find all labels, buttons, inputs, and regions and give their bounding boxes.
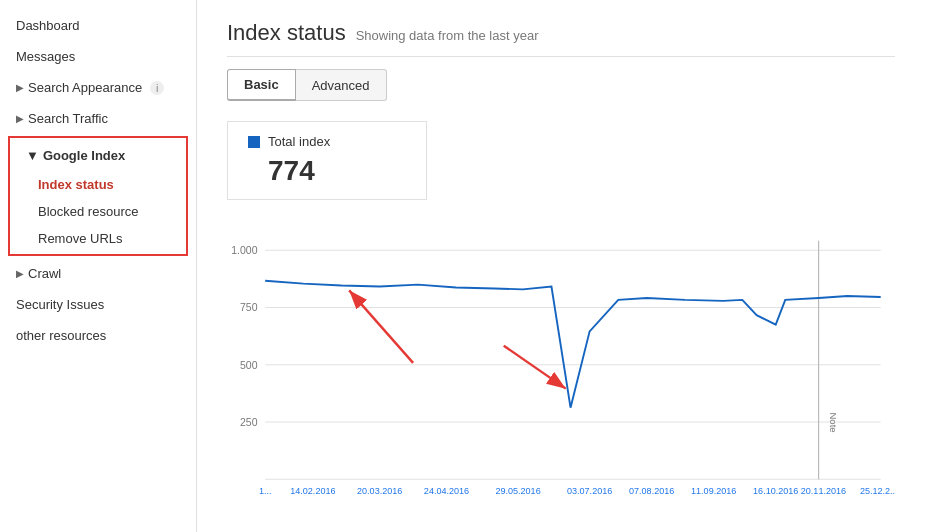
svg-text:16.10.2016: 16.10.2016 [753,486,798,496]
svg-text:14.02.2016: 14.02.2016 [290,486,335,496]
page-header: Index status Showing data from the last … [227,20,895,57]
sidebar-item-crawl[interactable]: ▶ Crawl [0,258,196,289]
sidebar-item-google-index[interactable]: ▼ Google Index [10,140,186,171]
svg-text:20.11.2016: 20.11.2016 [801,486,846,496]
chevron-down-icon: ▼ [26,148,39,163]
sidebar-item-remove-urls[interactable]: Remove URLs [10,225,186,252]
sidebar-item-search-appearance[interactable]: ▶ Search Appearance i [0,72,196,103]
stats-box: Total index 774 [227,121,427,200]
svg-text:24.04.2016: 24.04.2016 [424,486,469,496]
chart-svg: 1.000 750 500 250 1... 14.02.2016 20.03.… [227,215,895,505]
sidebar-item-dashboard[interactable]: Dashboard [0,10,196,41]
tab-bar: Basic Advanced [227,69,895,101]
svg-text:11.09.2016: 11.09.2016 [691,486,736,496]
page-subtitle: Showing data from the last year [356,28,539,43]
svg-text:29.05.2016: 29.05.2016 [495,486,540,496]
chart-wrapper: 1.000 750 500 250 1... 14.02.2016 20.03.… [227,215,895,532]
sidebar-item-security-issues[interactable]: Security Issues [0,289,196,320]
svg-text:1.000: 1.000 [231,245,257,256]
svg-line-25 [504,346,566,389]
chevron-right-icon: ▶ [16,268,24,279]
sidebar-item-other-resources[interactable]: other resources [0,320,196,351]
page-title: Index status [227,20,346,46]
tab-basic[interactable]: Basic [227,69,296,101]
svg-text:07.08.2016: 07.08.2016 [629,486,674,496]
chevron-right-icon: ▶ [16,113,24,124]
svg-text:03.07.2016: 03.07.2016 [567,486,612,496]
svg-text:Note: Note [828,412,839,432]
sidebar-item-messages[interactable]: Messages [0,41,196,72]
stats-color-indicator [248,136,260,148]
chart-container: Total index 774 1.000 750 500 250 [227,121,895,532]
google-index-group: ▼ Google Index Index status Blocked reso… [8,136,188,256]
stats-value: 774 [248,155,406,187]
svg-text:250: 250 [240,417,258,428]
svg-line-23 [349,290,413,363]
sidebar: Dashboard Messages ▶ Search Appearance i… [0,0,197,532]
main-content: Index status Showing data from the last … [197,0,925,532]
stats-label-text: Total index [268,134,330,149]
sidebar-item-index-status[interactable]: Index status [10,171,186,198]
sidebar-item-blocked-resource[interactable]: Blocked resource [10,198,186,225]
svg-text:20.03.2016: 20.03.2016 [357,486,402,496]
svg-text:25.12.2...: 25.12.2... [860,486,895,496]
tab-advanced[interactable]: Advanced [296,69,387,101]
info-icon: i [150,81,164,95]
sidebar-item-search-traffic[interactable]: ▶ Search Traffic [0,103,196,134]
svg-text:1...: 1... [259,486,272,496]
svg-text:750: 750 [240,302,258,313]
stats-label: Total index [248,134,406,149]
chevron-right-icon: ▶ [16,82,24,93]
svg-text:500: 500 [240,360,258,371]
